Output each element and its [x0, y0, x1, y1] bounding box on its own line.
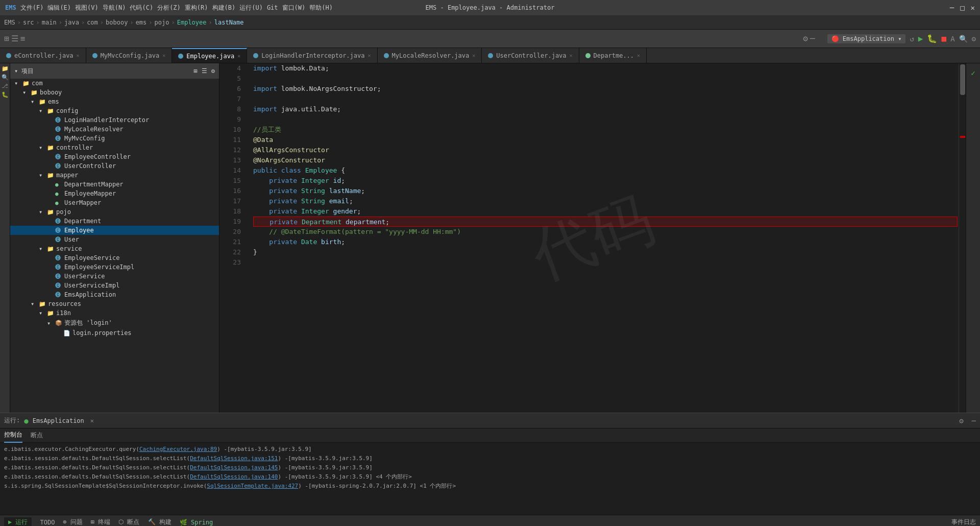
scrollbar-track[interactable] — [959, 63, 966, 413]
run-btn-bottom[interactable]: ▶ 运行 — [4, 517, 32, 526]
strip-terminal[interactable]: ⊞ 终端 — [91, 518, 110, 526]
tree-item-userservice[interactable]: 🅒 UserService — [10, 272, 219, 281]
toolbar-icon-3[interactable]: ≡ — [20, 34, 26, 43]
strip-breakpoints[interactable]: ⬡ 断点 — [118, 518, 139, 526]
tree-item-ems[interactable]: ▾ 📁 ems — [10, 97, 219, 106]
tab-close-econtroller[interactable]: ✕ — [77, 53, 80, 58]
toolbar-search[interactable]: 🔍 — [959, 35, 968, 43]
breadcrumb-employee[interactable]: Employee — [177, 19, 207, 26]
tree-item-config[interactable]: ▾ 📁 config — [10, 106, 219, 115]
tree-item-empservice[interactable]: 🅒 EmployeeService — [10, 253, 219, 262]
breadcrumb-src[interactable]: src — [23, 19, 34, 26]
tree-item-bobooy[interactable]: ▾ 📁 bobooy — [10, 88, 219, 97]
tree-item-deptmapper[interactable]: ● DepartmentMapper — [10, 180, 219, 189]
log-link-2[interactable]: DefaultSqlSession.java:151 — [190, 455, 278, 462]
tree-item-service[interactable]: ▾ 📁 service — [10, 244, 219, 253]
tab-close-mylocaleresolver[interactable]: ✕ — [472, 53, 475, 58]
tree-item-login-props[interactable]: 📄 login.properties — [10, 328, 219, 338]
menu-git[interactable]: Git — [267, 4, 278, 11]
editor-area[interactable]: 4 5 6 7 8 9 10 11 12 13 14 15 16 17 18 1… — [219, 63, 966, 413]
menu-help[interactable]: 帮助(H) — [309, 4, 333, 12]
tree-item-emsapp[interactable]: 🅒 EmsApplication — [10, 290, 219, 299]
tree-item-empcontroller[interactable]: 🅒 EmployeeController — [10, 152, 219, 161]
strip-spring[interactable]: 🌿 Spring — [180, 519, 213, 526]
tree-item-mymvcconfig[interactable]: 🅒 MyMvcConfig — [10, 134, 219, 143]
log-link-3[interactable]: DefaultSqlSession.java:145 — [190, 464, 278, 471]
minimize-button[interactable]: ─ — [950, 4, 954, 12]
strip-events[interactable]: 事件日志 — [951, 518, 976, 526]
bottom-tab-console[interactable]: 控制台 — [4, 428, 22, 443]
tab-close-loginhandler[interactable]: ✕ — [368, 53, 371, 58]
menu-view[interactable]: 视图(V) — [75, 4, 99, 12]
breadcrumb-ems2[interactable]: ems — [136, 19, 147, 26]
strip-todo[interactable]: TODO — [40, 519, 55, 526]
breadcrumb-pojo[interactable]: pojo — [155, 19, 169, 26]
menu-edit[interactable]: 编辑(E) — [47, 4, 71, 12]
menu-window[interactable]: 窗口(W) — [282, 4, 306, 12]
tab-loginhandler[interactable]: LoginHandlerInterceptor.java ✕ — [247, 48, 377, 63]
tree-item-empserviceimpl[interactable]: 🅒 EmployeeServiceImpl — [10, 262, 219, 272]
breadcrumb-ems[interactable]: EMS — [4, 19, 15, 26]
log-link-5[interactable]: SqlSessionTemplate.java:427 — [207, 483, 298, 489]
toolbar-icon-1[interactable]: ⊞ — [4, 34, 9, 43]
menu-code[interactable]: 代码(C) — [130, 4, 153, 12]
activity-debug[interactable]: 🐛 — [2, 91, 9, 98]
tab-close-departme[interactable]: ✕ — [637, 53, 640, 58]
scrollbar-thumb[interactable] — [960, 64, 965, 95]
toolbar-settings[interactable]: ⚙ — [803, 34, 808, 43]
tab-usercontroller[interactable]: UserController.java ✕ — [482, 48, 579, 63]
breadcrumb-bobooy[interactable]: bobooy — [106, 19, 128, 26]
tree-item-loginhandler[interactable]: 🅒 LoginHandlerInterceptor — [10, 115, 219, 125]
tree-item-pojo[interactable]: ▾ 📁 pojo — [10, 207, 219, 217]
tree-item-userserviceimpl[interactable]: 🅒 UserServiceImpl — [10, 281, 219, 290]
toolbar-refresh[interactable]: ↺ — [910, 35, 914, 43]
menu-run[interactable]: 运行(U) — [239, 4, 263, 12]
tree-item-department[interactable]: 🅒 Department — [10, 217, 219, 226]
toolbar-app-selector[interactable]: 🔴 EmsApplication ▾ — [827, 34, 906, 43]
activity-explore[interactable]: 📁 — [2, 65, 9, 72]
tab-close-employee[interactable]: ✕ — [237, 53, 240, 59]
run-minimize[interactable]: ─ — [972, 417, 976, 425]
tab-econtroller[interactable]: eController.java ✕ — [0, 48, 86, 63]
close-button[interactable]: ✕ — [971, 4, 975, 12]
tree-item-resources[interactable]: ▾ 📁 resources — [10, 299, 219, 308]
toolbar-translate[interactable]: A — [950, 35, 954, 43]
activity-search[interactable]: 🔍 — [2, 74, 9, 81]
strip-build[interactable]: 🔨 构建 — [148, 518, 172, 526]
breadcrumb-main[interactable]: main — [42, 19, 57, 26]
toolbar-stop[interactable]: ■ — [941, 34, 946, 43]
toolbar-settings2[interactable]: ⚙ — [972, 35, 976, 43]
activity-git[interactable]: ⎇ — [2, 83, 8, 89]
tab-close-mymvcconfig[interactable]: ✕ — [162, 53, 165, 58]
tree-item-usercontroller[interactable]: 🅒 UserController — [10, 161, 219, 171]
menu-file[interactable]: 文件(F) — [20, 4, 44, 12]
breadcrumb-java[interactable]: java — [64, 19, 79, 26]
tab-employee[interactable]: Employee.java ✕ — [172, 48, 247, 63]
strip-problems[interactable]: ⊗ 问题 — [63, 518, 82, 526]
rs-icon-check[interactable]: ✓ — [968, 67, 979, 79]
toolbar-icon-2[interactable]: ☰ — [11, 34, 18, 43]
tab-departme[interactable]: Departme... ✕ — [579, 48, 647, 63]
toolbar-run[interactable]: ▶ — [918, 34, 923, 43]
tree-item-mylocale[interactable]: 🅒 MyLocaleResolver — [10, 125, 219, 134]
tree-item-com[interactable]: ▾ 📁 com — [10, 79, 219, 88]
run-settings[interactable]: ⚙ — [959, 417, 963, 425]
menu-build[interactable]: 构建(B) — [212, 4, 236, 12]
bottom-tab-breakpoints[interactable]: 断点 — [31, 428, 43, 443]
breadcrumb-com[interactable]: com — [87, 19, 98, 26]
log-link-1[interactable]: CachingExecutor.java:89 — [139, 446, 217, 452]
tab-mylocaleresolver[interactable]: MyLocaleResolver.java ✕ — [378, 48, 482, 63]
tree-item-login-bundle[interactable]: ▾ 📦 资源包 'login' — [10, 318, 219, 328]
run-close[interactable]: ✕ — [90, 417, 94, 424]
tree-item-i18n[interactable]: ▾ 📁 i18n — [10, 308, 219, 318]
sidebar-icon-settings[interactable]: ⚙ — [211, 67, 215, 75]
tree-item-empmapper[interactable]: ● EmployeeMapper — [10, 189, 219, 198]
sidebar-icon-expand[interactable]: ⊞ — [194, 67, 198, 75]
menu-analyze[interactable]: 分析(Z) — [157, 4, 181, 12]
tab-close-usercontroller[interactable]: ✕ — [570, 53, 573, 58]
breadcrumb-lastname[interactable]: lastName — [214, 19, 244, 26]
code-content[interactable]: import lombok.Data; import lombok.NoArgs… — [245, 63, 966, 413]
toolbar-debug[interactable]: 🐛 — [927, 34, 937, 43]
tree-item-mapper[interactable]: ▾ 📁 mapper — [10, 171, 219, 180]
tree-item-controller[interactable]: ▾ 📁 controller — [10, 143, 219, 152]
